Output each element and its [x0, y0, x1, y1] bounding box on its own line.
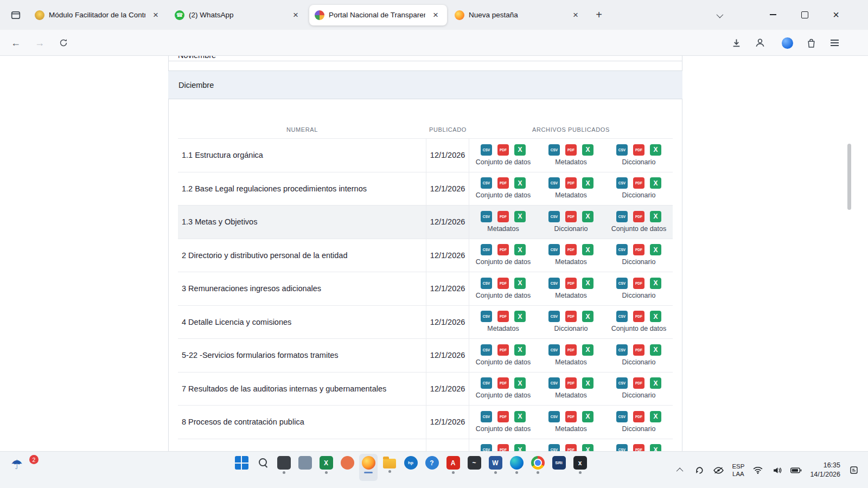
pdf-file-icon[interactable]: PDF	[497, 144, 509, 156]
window-close-button[interactable]	[827, 5, 845, 24]
csv-file-icon[interactable]: CSV	[548, 311, 560, 322]
csv-file-icon[interactable]: CSV	[481, 411, 492, 422]
hidden-icons-chevron-icon[interactable]	[675, 462, 686, 478]
taskbar-dark-app-icon[interactable]	[275, 454, 293, 481]
xls-file-icon[interactable]: X	[514, 377, 526, 389]
tab-close-icon[interactable]	[150, 9, 162, 21]
pdf-file-icon[interactable]: PDF	[497, 311, 509, 322]
csv-file-icon[interactable]: CSV	[616, 211, 628, 222]
csv-file-icon[interactable]: CSV	[481, 144, 492, 156]
pdf-file-icon[interactable]: PDF	[633, 211, 644, 222]
xls-file-icon[interactable]: X	[650, 377, 661, 389]
weather-widget[interactable]: 2	[11, 457, 23, 472]
xls-file-icon[interactable]: X	[650, 177, 661, 189]
forward-button[interactable]	[30, 34, 49, 52]
pdf-file-icon[interactable]: PDF	[565, 244, 577, 255]
pdf-file-icon[interactable]: PDF	[497, 344, 509, 356]
csv-file-icon[interactable]: CSV	[481, 344, 492, 356]
pdf-file-icon[interactable]: PDF	[497, 278, 509, 289]
csv-file-icon[interactable]: CSV	[616, 244, 628, 255]
csv-file-icon[interactable]: CSV	[616, 278, 628, 289]
xls-file-icon[interactable]: X	[514, 344, 526, 356]
xls-file-icon[interactable]: X	[514, 144, 526, 156]
csv-file-icon[interactable]: CSV	[548, 177, 560, 189]
pdf-file-icon[interactable]: PDF	[565, 144, 577, 156]
xls-file-icon[interactable]: X	[650, 278, 661, 289]
csv-file-icon[interactable]: CSV	[616, 377, 628, 389]
tab-portal-transparencia[interactable]: Portal Nacional de Transparenci	[309, 5, 447, 25]
csv-file-icon[interactable]: CSV	[548, 344, 560, 356]
language-indicator[interactable]: ESPLAA	[732, 463, 744, 478]
new-tab-button[interactable]	[590, 7, 608, 24]
csv-file-icon[interactable]: CSV	[616, 344, 628, 356]
csv-file-icon[interactable]: CSV	[616, 411, 628, 422]
xls-file-icon[interactable]: X	[582, 144, 593, 156]
xls-file-icon[interactable]: X	[514, 211, 526, 222]
tab-nueva-pestana[interactable]: Nueva pestaña	[449, 5, 587, 25]
taskbar-acrobat-icon[interactable]: A	[444, 454, 462, 481]
notification-center-icon[interactable]	[848, 462, 859, 478]
taskbar-excel-icon[interactable]: X	[317, 454, 335, 481]
tab-close-icon[interactable]	[570, 9, 582, 21]
downloads-icon[interactable]	[727, 34, 745, 52]
tab-close-icon[interactable]	[430, 9, 442, 21]
firefox-view-icon[interactable]	[7, 6, 25, 24]
xls-file-icon[interactable]: X	[650, 311, 661, 322]
xls-file-icon[interactable]: X	[650, 244, 661, 255]
pdf-file-icon[interactable]: PDF	[497, 411, 509, 422]
pdf-file-icon[interactable]: PDF	[633, 377, 644, 389]
csv-file-icon[interactable]: CSV	[548, 377, 560, 389]
xls-file-icon[interactable]: X	[514, 311, 526, 322]
taskbar-help-icon[interactable]: ?	[423, 454, 441, 481]
taskbar-sri-icon[interactable]: SRi	[550, 454, 568, 481]
pdf-file-icon[interactable]: PDF	[497, 177, 509, 189]
csv-file-icon[interactable]: CSV	[548, 411, 560, 422]
csv-file-icon[interactable]: CSV	[548, 244, 560, 255]
taskbar-store-app-icon[interactable]	[296, 454, 314, 481]
taskbar-file-explorer-icon[interactable]	[380, 454, 399, 481]
menu-hamburger-icon[interactable]	[825, 34, 844, 52]
pdf-file-icon[interactable]: PDF	[565, 311, 577, 322]
pdf-file-icon[interactable]: PDF	[565, 211, 577, 222]
reload-button[interactable]	[54, 34, 73, 52]
pdf-file-icon[interactable]: PDF	[633, 411, 644, 422]
window-minimize-button[interactable]	[764, 5, 782, 24]
pdf-file-icon[interactable]: PDF	[633, 177, 644, 189]
accordion-diciembre[interactable]: Diciembre	[168, 70, 682, 99]
xls-file-icon[interactable]: X	[582, 377, 593, 389]
pdf-file-icon[interactable]: PDF	[633, 311, 644, 322]
xls-file-icon[interactable]: X	[650, 444, 661, 451]
csv-file-icon[interactable]: CSV	[548, 144, 560, 156]
pdf-file-icon[interactable]: PDF	[633, 244, 644, 255]
csv-file-icon[interactable]: CSV	[616, 177, 628, 189]
xls-file-icon[interactable]: X	[582, 344, 593, 356]
wifi-icon[interactable]	[752, 462, 763, 478]
xls-file-icon[interactable]: X	[582, 211, 593, 222]
csv-file-icon[interactable]: CSV	[616, 444, 628, 451]
xls-file-icon[interactable]: X	[582, 177, 593, 189]
accordion-noviembre[interactable]: Noviembre	[178, 56, 216, 60]
csv-file-icon[interactable]: CSV	[548, 211, 560, 222]
xls-file-icon[interactable]: X	[514, 411, 526, 422]
xls-file-icon[interactable]: X	[650, 411, 661, 422]
xls-file-icon[interactable]: X	[582, 278, 593, 289]
pdf-file-icon[interactable]: PDF	[565, 411, 577, 422]
eye-slash-icon[interactable]	[713, 462, 724, 478]
xls-file-icon[interactable]: X	[514, 177, 526, 189]
taskbar-chrome-icon[interactable]	[528, 454, 547, 481]
xls-file-icon[interactable]: X	[514, 244, 526, 255]
csv-file-icon[interactable]: CSV	[481, 311, 492, 322]
pdf-file-icon[interactable]: PDF	[497, 444, 509, 451]
csv-file-icon[interactable]: CSV	[481, 444, 492, 451]
csv-file-icon[interactable]: CSV	[481, 211, 492, 222]
pdf-file-icon[interactable]: PDF	[633, 444, 644, 451]
xls-file-icon[interactable]: X	[650, 344, 661, 356]
xls-file-icon[interactable]: X	[582, 244, 593, 255]
pdf-file-icon[interactable]: PDF	[565, 344, 577, 356]
xls-file-icon[interactable]: X	[582, 444, 593, 451]
pdf-file-icon[interactable]: PDF	[633, 278, 644, 289]
csv-file-icon[interactable]: CSV	[548, 444, 560, 451]
window-maximize-button[interactable]	[795, 5, 814, 24]
account-icon[interactable]	[751, 34, 769, 52]
pdf-file-icon[interactable]: PDF	[633, 344, 644, 356]
